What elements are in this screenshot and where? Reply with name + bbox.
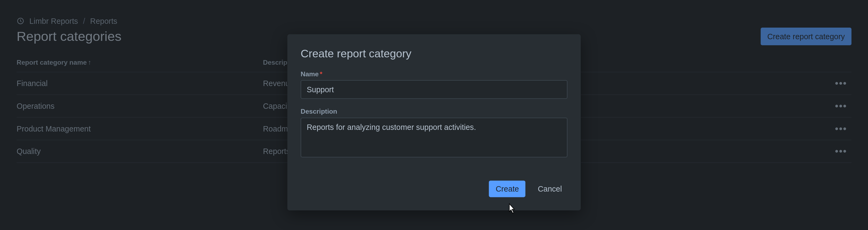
page-title: Report categories <box>17 29 122 44</box>
more-actions-icon[interactable]: ••• <box>835 78 847 88</box>
row-name[interactable]: Quality <box>17 147 263 156</box>
app-logo-icon <box>17 17 24 25</box>
breadcrumb-page[interactable]: Reports <box>90 16 117 26</box>
name-input[interactable] <box>301 80 567 99</box>
breadcrumb: Limbr Reports / Reports <box>17 16 851 26</box>
create-report-category-modal: Create report category Name* Description… <box>287 34 581 210</box>
required-indicator: * <box>320 70 322 78</box>
cancel-button[interactable]: Cancel <box>532 181 567 197</box>
row-name[interactable]: Financial <box>17 79 263 88</box>
breadcrumb-app-name[interactable]: Limbr Reports <box>29 16 78 26</box>
row-name[interactable]: Product Management <box>17 124 263 133</box>
name-field-label: Name* <box>301 70 567 78</box>
modal-title: Create report category <box>301 48 567 60</box>
more-actions-icon[interactable]: ••• <box>835 101 847 111</box>
name-label-text: Name <box>301 70 319 78</box>
column-header-name-label: Report category name <box>17 59 87 66</box>
more-actions-icon[interactable]: ••• <box>835 146 847 156</box>
description-field-label: Description <box>301 108 567 116</box>
row-name[interactable]: Operations <box>17 102 263 111</box>
description-textarea[interactable] <box>301 118 567 157</box>
create-button[interactable]: Create <box>489 181 526 197</box>
sort-ascending-icon: ↑ <box>88 59 91 66</box>
create-report-category-button[interactable]: Create report category <box>761 28 851 45</box>
more-actions-icon[interactable]: ••• <box>835 124 847 134</box>
column-header-name[interactable]: Report category name↑ <box>17 59 263 66</box>
breadcrumb-separator: / <box>83 16 85 26</box>
